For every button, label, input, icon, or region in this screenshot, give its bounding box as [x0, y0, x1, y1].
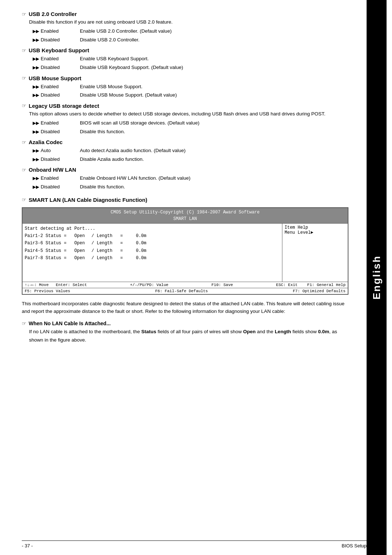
cursor-icon: ☞ — [22, 103, 26, 109]
cursor-icon: ☞ — [22, 167, 26, 173]
cursor-icon: ☞ — [22, 75, 26, 81]
option-key: ▶▶ Disabled — [33, 64, 80, 72]
option-value: Enable USB 2.0 Controller. (Default valu… — [80, 27, 348, 35]
option-key: ▶▶ Enabled — [33, 27, 80, 35]
smart-lan-title: ☞ SMART LAN (LAN Cable Diagnostic Functi… — [22, 197, 348, 203]
usb-keyboard-title: USB Keyboard Support — [29, 47, 89, 53]
onboard-lan-title: Onboard H/W LAN — [29, 167, 76, 173]
main-content: ☞ USB 2.0 Controller Disable this functi… — [0, 0, 367, 555]
bios-pair36-label: Pair3-6 Status = Open — [25, 240, 85, 247]
section-title-azalia: ☞ Azalia Codec — [22, 139, 348, 145]
option-row: ▶▶ Auto Auto detect Azalia audio functio… — [33, 147, 348, 155]
option-value: BIOS will scan all USB storage devices. … — [80, 119, 348, 127]
option-key-label: Auto — [41, 147, 51, 155]
section-azalia: ☞ Azalia Codec ▶▶ Auto Auto detect Azali… — [22, 139, 348, 163]
cursor-icon: ☞ — [22, 321, 26, 326]
arrow-icon: ▶▶ — [33, 56, 39, 62]
usb-mouse-title: USB Mouse Support — [29, 75, 81, 81]
arrow-icon: ▶▶ — [33, 83, 39, 90]
bios-pair12-label: Pair1-2 Status = Open — [25, 232, 85, 240]
section-title-usb-mouse: ☞ USB Mouse Support — [22, 75, 348, 81]
usb-controller-desc: Disable this function if you are not usi… — [29, 19, 348, 26]
section-usb-keyboard: ☞ USB Keyboard Support ▶▶ Enabled Enable… — [22, 47, 348, 71]
menu-level-label: Menu Level► — [285, 230, 346, 235]
option-key: ▶▶ Enabled — [33, 174, 80, 182]
section-onboard-lan: ☞ Onboard H/W LAN ▶▶ Enabled Enable Onbo… — [22, 167, 348, 191]
bios-title1: CMOS Setup Utility-Copyright (C) 1984-20… — [23, 209, 348, 216]
option-key: ▶▶ Enabled — [33, 55, 80, 63]
footer-f10: F10: Save — [212, 283, 233, 287]
option-row: ▶▶ Disabled Disable this function. — [33, 183, 348, 191]
option-key-label: Enabled — [41, 83, 59, 91]
option-row: ▶▶ Enabled Enable USB 2.0 Controller. (D… — [33, 27, 348, 35]
section-legacy-usb: ☞ Legacy USB storage detect This option … — [22, 103, 348, 135]
option-key: ▶▶ Disabled — [33, 183, 80, 191]
when-no-lan-section: ☞ When No LAN Cable Is Attached... If no… — [22, 321, 348, 344]
bios-pair12-length: / Length = 0.0m — [86, 232, 147, 240]
page-number: - 37 - — [22, 543, 33, 548]
desc-bold3: Length — [275, 329, 291, 334]
arrow-icon: ▶▶ — [33, 156, 39, 163]
when-no-lan-title-text: When No LAN Cable Is Attached... — [29, 321, 111, 326]
option-key: ▶▶ Disabled — [33, 155, 80, 163]
section-usb-mouse: ☞ USB Mouse Support ▶▶ Enabled Enable US… — [22, 75, 348, 99]
bios-pair36-length: / Length = 0.0m — [86, 240, 147, 247]
bios-main: Start detecting at Port.... Pair1-2 Stat… — [23, 224, 282, 282]
option-key-label: Disabled — [41, 128, 60, 136]
option-value: Auto detect Azalia audio function. (Defa… — [80, 147, 348, 155]
footer-f6: F6: Fail-Safe Defaults — [155, 289, 208, 293]
section-title-onboard-lan: ☞ Onboard H/W LAN — [22, 167, 348, 173]
arrow-icon: ▶▶ — [33, 120, 39, 127]
legacy-usb-title: Legacy USB storage detect — [29, 103, 99, 109]
option-row: ▶▶ Enabled Enable Onboard H/W LAN functi… — [33, 174, 348, 182]
option-row: ▶▶ Disabled Disable USB Mouse Support. (… — [33, 91, 348, 99]
footer-f5: F5: Previous Values — [25, 289, 70, 293]
footer-f7: F7: Optimized Defaults — [293, 289, 346, 293]
bios-pair78-length: / Length = 0.0m — [86, 254, 147, 262]
bios-body: Start detecting at Port.... Pair1-2 Stat… — [23, 223, 348, 282]
option-row: ▶▶ Disabled Disable USB Keyboard Support… — [33, 64, 348, 72]
option-row: ▶▶ Disabled Disable Azalia audio functio… — [33, 155, 348, 163]
arrow-icon: ▶▶ — [33, 128, 39, 135]
bios-setup-label: BIOS Setup — [342, 543, 367, 548]
azalia-title: Azalia Codec — [29, 139, 62, 145]
bios-title2: SMART LAN — [23, 216, 348, 222]
bios-footer-row2: F5: Previous Values F6: Fail-Safe Defaul… — [23, 288, 348, 294]
bios-pair45-length: / Length = 0.0m — [86, 247, 147, 254]
bios-row-pair36: Pair3-6 Status = Open / Length = 0.0m — [25, 240, 280, 247]
bios-footer-row1: ↑↓→←: Move Enter: Select +/-/PU/PD: Valu… — [23, 282, 348, 288]
option-key: ▶▶ Disabled — [33, 128, 80, 136]
option-value: Enable USB Keyboard Support. — [80, 55, 348, 63]
cursor-icon: ☞ — [22, 11, 26, 17]
option-key-label: Disabled — [41, 155, 60, 163]
option-row: ▶▶ Enabled Enable USB Mouse Support. — [33, 83, 348, 91]
section-usb-controller: ☞ USB 2.0 Controller Disable this functi… — [22, 11, 348, 44]
footer-esc: ESC: Exit F1: General Help — [276, 283, 346, 287]
bios-start-detecting: Start detecting at Port.... — [25, 225, 95, 232]
bios-pair45-label: Pair4-5 Status = Open — [25, 247, 85, 254]
smart-lan-title-text: SMART LAN (LAN Cable Diagnostic Function… — [29, 197, 147, 203]
when-no-lan-desc: If no LAN cable is attached to the mothe… — [29, 328, 348, 344]
section-title-usb-keyboard: ☞ USB Keyboard Support — [22, 47, 348, 53]
option-key-label: Enabled — [41, 55, 59, 63]
when-no-lan-title: ☞ When No LAN Cable Is Attached... — [22, 321, 348, 326]
option-value: Enable Onboard H/W LAN function. (Defaul… — [80, 174, 348, 182]
desc-bold2: Open — [243, 329, 256, 334]
option-key: ▶▶ Disabled — [33, 36, 80, 44]
arrow-icon: ▶▶ — [33, 37, 39, 44]
option-row: ▶▶ Disabled Disable this function. — [33, 128, 348, 136]
option-key: ▶▶ Disabled — [33, 91, 80, 99]
desc-part4: fields show — [291, 329, 318, 334]
option-key-label: Enabled — [41, 119, 59, 127]
desc-part3: and the — [256, 329, 275, 334]
option-key-label: Disabled — [41, 36, 60, 44]
option-key-label: Enabled — [41, 27, 59, 35]
section-title-legacy-usb: ☞ Legacy USB storage detect — [22, 103, 348, 109]
page-container: ☞ USB 2.0 Controller Disable this functi… — [0, 0, 392, 555]
bottom-info: This motherboard incorporates cable diag… — [22, 300, 348, 315]
arrow-icon: ▶▶ — [33, 184, 39, 191]
cursor-icon: ☞ — [22, 139, 26, 145]
desc-bold4: 0.0m — [318, 329, 329, 334]
smart-lan-section: ☞ SMART LAN (LAN Cable Diagnostic Functi… — [22, 197, 348, 295]
option-row: ▶▶ Enabled Enable USB Keyboard Support. — [33, 55, 348, 63]
